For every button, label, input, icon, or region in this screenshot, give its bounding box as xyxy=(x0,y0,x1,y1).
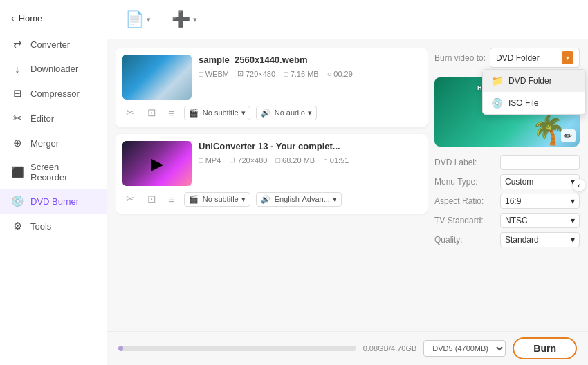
menu-item-iso-file-label: ISO File xyxy=(508,98,538,108)
converter-icon: ⇄ xyxy=(11,38,24,50)
cut-icon-2[interactable]: ✂ xyxy=(122,191,138,207)
aspect-ratio-chevron-icon: ▾ xyxy=(571,196,575,206)
file-thumb-1 xyxy=(122,55,192,100)
add-disc-icon: ➕ xyxy=(172,10,190,28)
settings-grid: DVD Label: Menu Type: Custom ▾ Aspect Ra… xyxy=(434,155,580,247)
subtitle-dropdown-2[interactable]: 🎬 No subtitle ▾ xyxy=(184,192,250,207)
burn-dropdown-arrow-icon[interactable]: ▾ xyxy=(562,51,573,64)
menu-type-select[interactable]: Custom ▾ xyxy=(500,174,580,189)
sidebar-item-editor[interactable]: ✂ Editor xyxy=(0,106,107,131)
file-format-1: □ WEBM xyxy=(199,69,229,78)
audio-chevron-2: ▾ xyxy=(333,195,337,204)
burn-to-row: Burn video to: DVD Folder ▾ 📁 DVD Folder… xyxy=(434,48,580,68)
file-name-1: sample_2560x1440.webm xyxy=(199,55,421,65)
tv-standard-select[interactable]: NTSC ▾ xyxy=(500,213,580,228)
sidebar-item-screen-recorder[interactable]: ⬛ Screen Recorder xyxy=(0,156,107,189)
format-icon-2: □ xyxy=(199,156,203,165)
burn-to-dropdown[interactable]: DVD Folder ▾ 📁 DVD Folder 💿 ISO File xyxy=(490,48,580,68)
disc-select[interactable]: DVD5 (4700MB) xyxy=(423,340,506,357)
file-card-1-top: sample_2560x1440.webm □ WEBM ⊡ 720×480 xyxy=(122,55,421,100)
aspect-ratio-select[interactable]: 16:9 ▾ xyxy=(500,194,580,209)
sidebar-item-converter-label: Converter xyxy=(30,39,70,50)
format-icon-1: □ xyxy=(199,70,203,78)
sidebar-item-editor-label: Editor xyxy=(30,113,54,124)
tv-standard-row: TV Standard: NTSC ▾ xyxy=(434,213,580,228)
burn-button[interactable]: Burn xyxy=(513,337,577,359)
add-file-button[interactable]: 📄 ▾ xyxy=(118,7,158,32)
size-icon-2: □ xyxy=(275,156,280,165)
file-card-2: ▶ UniConverter 13 - Your complet... □ MP… xyxy=(116,134,428,214)
quality-chevron-icon: ▾ xyxy=(571,235,575,245)
dvd-label-input[interactable] xyxy=(500,155,580,170)
subtitle-chevron-2: ▾ xyxy=(241,195,246,204)
menu-type-label: Menu Type: xyxy=(434,177,490,187)
resolution-icon-1: ⊡ xyxy=(237,69,244,78)
sidebar-item-merger[interactable]: ⊕ Merger xyxy=(0,131,107,156)
file-duration-1: ○ 00:29 xyxy=(327,69,353,78)
sidebar-item-compressor-label: Compressor xyxy=(30,88,80,99)
file-info-1: sample_2560x1440.webm □ WEBM ⊡ 720×480 xyxy=(199,55,421,78)
sidebar-item-tools[interactable]: ⚙ Tools xyxy=(0,214,107,238)
sidebar-back-btn[interactable]: ‹ Home xyxy=(0,7,107,29)
quality-label: Quality: xyxy=(434,235,490,245)
quality-row: Quality: Standard ▾ xyxy=(434,232,580,247)
quality-select[interactable]: Standard ▾ xyxy=(500,232,580,247)
tv-standard-chevron-icon: ▾ xyxy=(571,216,575,225)
menu-type-row: Menu Type: Custom ▾ xyxy=(434,174,580,189)
tools-icon: ⚙ xyxy=(11,220,24,232)
file-name-2: UniConverter 13 - Your complet... xyxy=(199,141,421,151)
sidebar: ‹ Home ⇄ Converter ↓ Downloader ⊟ Compre… xyxy=(0,0,107,365)
file-list: sample_2560x1440.webm □ WEBM ⊡ 720×480 xyxy=(116,48,428,323)
audio-dropdown-1[interactable]: 🔊 No audio ▾ xyxy=(256,106,317,120)
preview-edit-button[interactable]: ✏ xyxy=(561,129,576,142)
cut-icon-1[interactable]: ✂ xyxy=(122,105,138,120)
sidebar-item-tools-label: Tools xyxy=(30,221,51,232)
subtitle-dropdown-1[interactable]: 🎬 No subtitle ▾ xyxy=(184,106,250,120)
audio-chevron-1: ▾ xyxy=(308,109,312,118)
sidebar-item-dvd-burner[interactable]: 💿 DVD Burner xyxy=(0,189,107,214)
file-size-2: □ 68.20 MB xyxy=(275,156,315,165)
dvd-label-row: DVD Label: xyxy=(434,155,580,170)
menu-item-dvd-folder[interactable]: 📁 DVD Folder xyxy=(483,70,585,92)
sidebar-item-downloader[interactable]: ↓ Downloader xyxy=(0,57,107,81)
menu-item-iso-file[interactable]: 💿 ISO File xyxy=(483,92,585,114)
tv-standard-value: NTSC xyxy=(505,216,528,225)
iso-file-icon: 💿 xyxy=(491,97,503,109)
screen-recorder-icon: ⬛ xyxy=(11,166,24,178)
file-info-2: UniConverter 13 - Your complet... □ MP4 … xyxy=(199,141,421,165)
resolution-icon-2: ⊡ xyxy=(229,156,235,165)
crop-icon-2[interactable]: ⊡ xyxy=(144,191,160,207)
duration-icon-2: ○ xyxy=(323,156,328,165)
subtitle-icon-2: 🎬 xyxy=(189,195,199,204)
downloader-icon: ↓ xyxy=(11,63,24,75)
effects-icon-1[interactable]: ≡ xyxy=(165,106,178,120)
sidebar-item-compressor[interactable]: ⊟ Compressor xyxy=(0,81,107,106)
add-disc-button[interactable]: ➕ ▾ xyxy=(165,7,204,32)
toolbar: 📄 ▾ ➕ ▾ xyxy=(107,0,588,39)
audio-icon-1: 🔊 xyxy=(261,109,270,118)
add-disc-chevron-icon: ▾ xyxy=(193,15,197,24)
right-panel: ‹ Burn video to: DVD Folder ▾ 📁 DVD Fold… xyxy=(428,48,580,323)
file-duration-2: ○ 01:51 xyxy=(323,156,349,165)
effects-icon-2[interactable]: ≡ xyxy=(165,192,178,207)
sidebar-item-screen-recorder-label: Screen Recorder xyxy=(30,162,95,182)
file-card-1-bottom: ✂ ⊡ ≡ 🎬 No subtitle ▾ 🔊 No audio ▾ xyxy=(122,105,421,120)
sidebar-back-label: Home xyxy=(19,13,43,24)
menu-type-value: Custom xyxy=(505,177,533,187)
main-area: 📄 ▾ ➕ ▾ sample_2560x1440.webm xyxy=(107,0,588,365)
crop-icon-1[interactable]: ⊡ xyxy=(144,105,160,120)
dvd-folder-icon: 📁 xyxy=(491,75,503,86)
file-size-1: □ 7.16 MB xyxy=(284,69,319,78)
collapse-toggle[interactable]: ‹ xyxy=(573,179,585,191)
burn-to-value: DVD Folder xyxy=(496,53,540,63)
duration-icon-1: ○ xyxy=(327,70,332,78)
audio-dropdown-2[interactable]: 🔊 English-Advan... ▾ xyxy=(256,192,342,207)
tv-standard-label: TV Standard: xyxy=(434,216,490,225)
sidebar-item-converter[interactable]: ⇄ Converter xyxy=(0,32,107,57)
aspect-ratio-row: Aspect Ratio: 16:9 ▾ xyxy=(434,194,580,209)
sidebar-item-dvd-burner-label: DVD Burner xyxy=(30,196,79,207)
add-file-icon: 📄 xyxy=(125,10,144,28)
file-thumb-2: ▶ xyxy=(122,141,192,186)
merger-icon: ⊕ xyxy=(11,137,24,149)
storage-text: 0.08GB/4.70GB xyxy=(363,344,417,353)
